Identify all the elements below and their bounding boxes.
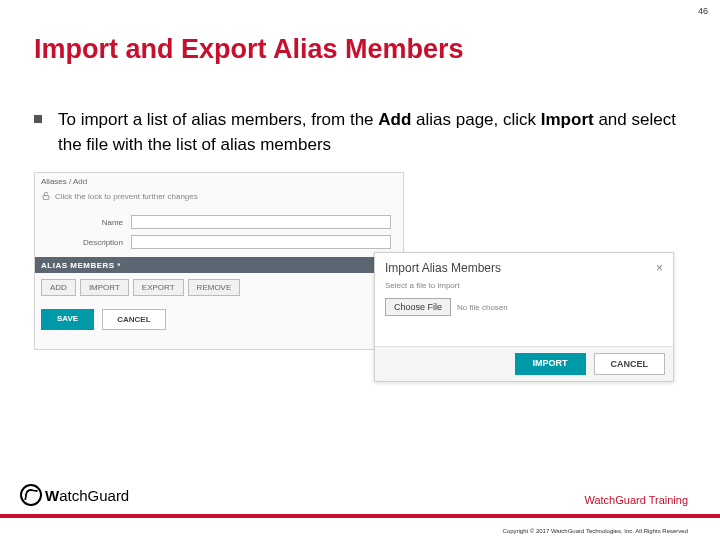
training-label: WatchGuard Training [584,494,688,506]
export-button[interactable]: EXPORT [133,279,184,296]
brand-logo: WatchGuard [20,484,129,506]
brand-wordmark: WatchGuard [45,487,129,504]
action-bar: SAVE CANCEL [41,309,166,330]
description-label: Description [41,238,131,247]
bullet-marker [34,115,42,123]
modal-actions: IMPORT CANCEL [375,346,673,381]
alias-members-header: ALIAS MEMBERS * [35,257,403,273]
description-row: Description [41,235,391,249]
page-number: 46 [698,6,708,16]
copyright-text: Copyright © 2017 WatchGuard Technologies… [502,528,688,534]
modal-subtitle: Select a file to import [375,279,673,298]
slide-title: Import and Export Alias Members [34,34,464,65]
lock-row[interactable]: Click the lock to prevent further change… [41,191,198,201]
svg-rect-0 [43,196,49,200]
name-input[interactable] [131,215,391,229]
modal-title: Import Alias Members [385,261,501,275]
save-button[interactable]: SAVE [41,309,94,330]
remove-button[interactable]: REMOVE [188,279,241,296]
name-row: Name [41,215,391,229]
add-button[interactable]: ADD [41,279,76,296]
lock-text: Click the lock to prevent further change… [55,192,198,201]
alias-add-panel: Aliases / Add Click the lock to prevent … [34,172,404,350]
footer-divider [0,514,720,518]
import-modal: Import Alias Members × Select a file to … [374,252,674,382]
close-icon[interactable]: × [656,261,663,275]
no-file-label: No file chosen [457,303,508,312]
choose-file-button[interactable]: Choose File [385,298,451,316]
name-label: Name [41,218,131,227]
brand-mark-icon [20,484,42,506]
member-toolbar: ADD IMPORT EXPORT REMOVE [41,279,240,296]
modal-cancel-button[interactable]: CANCEL [594,353,666,375]
import-button[interactable]: IMPORT [80,279,129,296]
lock-icon [41,191,51,201]
description-input[interactable] [131,235,391,249]
bullet-item: To import a list of alias members, from … [34,108,682,157]
file-picker-row: Choose File No file chosen [375,298,673,316]
breadcrumb: Aliases / Add [41,177,87,186]
cancel-button[interactable]: CANCEL [102,309,165,330]
modal-import-button[interactable]: IMPORT [515,353,586,375]
screenshot-area: Aliases / Add Click the lock to prevent … [34,172,682,402]
bullet-text: To import a list of alias members, from … [58,108,682,157]
